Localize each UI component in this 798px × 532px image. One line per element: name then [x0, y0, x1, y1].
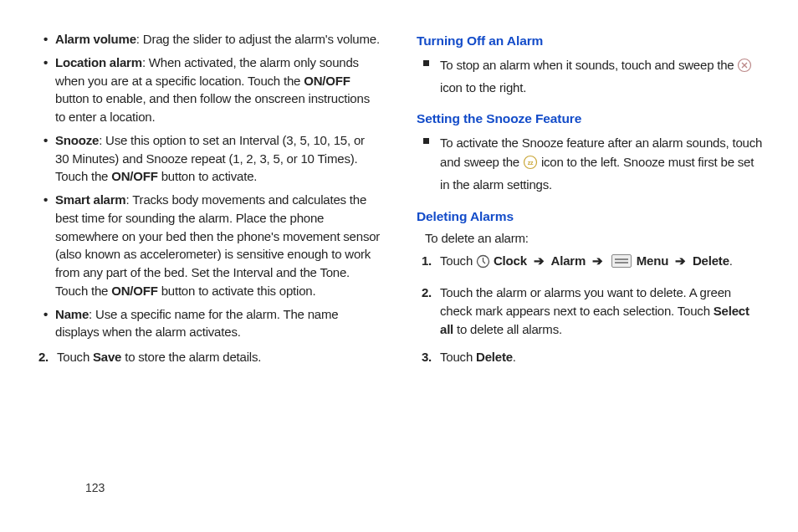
right-column: Turning Off an Alarm To stop an alarm wh…: [417, 30, 765, 366]
heading-deleting: Deleting Alarms: [417, 209, 765, 224]
step-body: Touch Clock ➔ Alarm ➔ Menu ➔ Delete.: [440, 252, 765, 274]
zz-circle-icon: zz: [523, 155, 538, 175]
term: Smart alarm: [55, 192, 126, 207]
step-number: 1.: [417, 252, 440, 274]
list-item: To activate the Snooze feature after an …: [440, 133, 765, 195]
desc: : Drag the slider to adjust the alarm's …: [136, 32, 380, 46]
list-item: Location alarm: When activated, the alar…: [55, 54, 381, 126]
term: Location alarm: [55, 55, 142, 69]
text: to delete all alarms.: [453, 322, 562, 336]
arrow-icon: ➔: [675, 252, 686, 270]
text: Touch: [440, 253, 476, 268]
menu-icon: [611, 254, 632, 268]
step-number: 3.: [417, 348, 440, 366]
delete-label: Delete: [476, 350, 513, 364]
left-column: Alarm volume: Drag the slider to adjust …: [33, 30, 381, 366]
alarm-label: Alarm: [551, 253, 586, 268]
text: To stop an alarm when it sounds, touch a…: [440, 58, 737, 72]
text: Touch the alarm or alarms you want to de…: [440, 285, 731, 318]
desc: button to activate this option.: [158, 284, 316, 298]
save-label: Save: [93, 350, 121, 364]
step-body: Touch Save to store the alarm details.: [57, 348, 381, 366]
term: Alarm volume: [55, 32, 136, 46]
clock-label: Clock: [494, 253, 527, 268]
step-body: Touch Delete.: [440, 348, 765, 366]
list-item: Name: Use a specific name for the alarm.…: [55, 305, 381, 342]
features-list: Alarm volume: Drag the slider to adjust …: [33, 30, 381, 341]
desc: button to activate.: [158, 169, 258, 183]
text: to store the alarm details.: [121, 350, 261, 364]
step-number: 2.: [417, 284, 440, 338]
delete-step-3: 3. Touch Delete.: [417, 348, 765, 366]
x-circle-icon: [737, 58, 752, 78]
text: Touch: [440, 350, 476, 364]
list-item: To stop an alarm when it sounds, touch a…: [440, 55, 765, 98]
onoff: ON/OFF: [111, 284, 157, 298]
arrow-icon: ➔: [592, 252, 603, 270]
clock-icon: [476, 254, 490, 274]
desc: button to enable, and then follow the on…: [55, 91, 370, 124]
menu-label: Menu: [637, 253, 668, 268]
term: Snooze: [55, 133, 99, 147]
heading-snooze: Setting the Snooze Feature: [417, 111, 765, 126]
list-item: Alarm volume: Drag the slider to adjust …: [55, 30, 381, 49]
onoff: ON/OFF: [304, 74, 350, 88]
arrow-icon: ➔: [534, 252, 545, 270]
desc: : Use a specific name for the alarm. The…: [55, 307, 338, 340]
step-2: 2. Touch Save to store the alarm details…: [33, 348, 381, 366]
term: Name: [55, 307, 89, 321]
svg-text:zz: zz: [528, 160, 534, 166]
page: Alarm volume: Drag the slider to adjust …: [0, 0, 798, 366]
heading-turning-off: Turning Off an Alarm: [417, 33, 765, 49]
onoff: ON/OFF: [111, 169, 157, 183]
step-body: Touch the alarm or alarms you want to de…: [440, 284, 765, 338]
step-number: 2.: [33, 348, 57, 366]
text: Touch: [57, 350, 93, 364]
snooze-list: To activate the Snooze feature after an …: [417, 133, 765, 195]
text: .: [513, 350, 516, 364]
text: icon to the right.: [440, 80, 526, 95]
delete-step-1: 1. Touch Clock ➔ Alarm ➔ Menu ➔ Delete.: [417, 252, 765, 274]
text: .: [729, 253, 733, 268]
delete-label: Delete: [693, 253, 729, 268]
desc: : Tracks body movements and calculates t…: [55, 192, 380, 298]
off-list: To stop an alarm when it sounds, touch a…: [417, 55, 765, 98]
list-item: Snooze: Use this option to set an Interv…: [55, 131, 381, 186]
deleting-subtitle: To delete an alarm:: [417, 231, 765, 245]
delete-step-2: 2. Touch the alarm or alarms you want to…: [417, 284, 765, 338]
page-number: 123: [85, 481, 105, 494]
list-item: Smart alarm: Tracks body movements and c…: [55, 191, 381, 300]
